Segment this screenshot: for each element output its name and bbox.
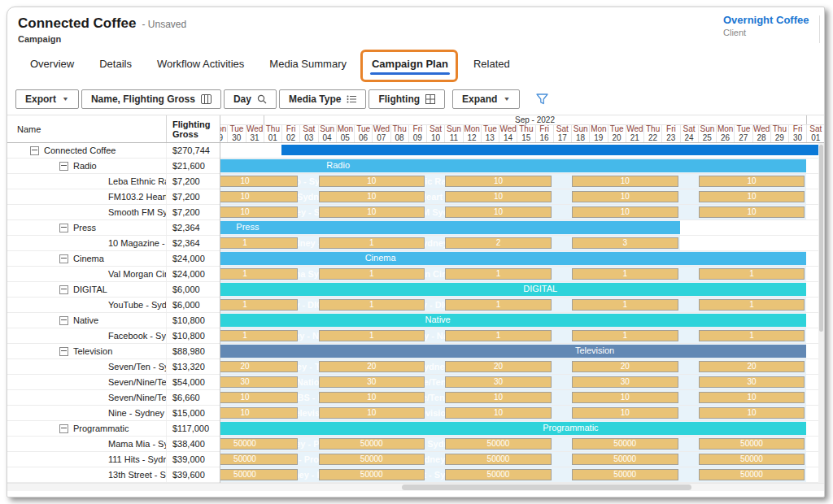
flight-week-bar[interactable]: 10	[220, 206, 298, 218]
flight-week-bar[interactable]: 30	[572, 376, 678, 388]
gantt-row[interactable]: Smooth FM Sydney - Sydney - Radi - Smoot…	[220, 205, 824, 220]
flight-week-bar[interactable]: 1	[445, 268, 552, 280]
gantt-row[interactable]: FM103.2 Heart of Sydney - Sydney - - FM1…	[220, 189, 824, 205]
flighting-gross-column-header[interactable]: Flighting Gross	[167, 119, 220, 139]
flight-week-bar[interactable]: 20	[220, 361, 298, 372]
flight-week-bar[interactable]: 1	[319, 330, 425, 341]
media-type-button[interactable]: Media Type	[279, 89, 366, 109]
gantt-row[interactable]: Television	[220, 344, 824, 359]
gantt-row[interactable]: Press	[220, 220, 824, 236]
gantt-row[interactable]: 111 Hits - Sydney - Programmatic - 111 H…	[220, 452, 824, 467]
flight-week-bar[interactable]: 1	[572, 330, 678, 341]
flight-week-bar[interactable]: 50000	[445, 454, 552, 465]
gantt-row[interactable]: Facebook - Sydney - Native - Facebook - …	[220, 328, 824, 344]
media-type-bar[interactable]	[220, 252, 806, 265]
flight-week-bar[interactable]: 50000	[572, 454, 678, 465]
flight-week-bar[interactable]: 1	[319, 299, 425, 311]
flight-week-bar[interactable]: 50000	[699, 438, 805, 450]
gantt-row[interactable]: Seven/Ten - Sydney - Television - Seven/…	[220, 359, 824, 375]
media-type-bar[interactable]	[220, 159, 806, 172]
table-row[interactable]: FM103.2 Heart of Sydney - Sydney -$7,200	[7, 189, 220, 205]
flight-week-bar[interactable]: 10	[699, 392, 805, 403]
tab-related[interactable]: Related	[472, 55, 512, 75]
gantt-row[interactable]: Val Morgan Cinema Sydney - Sydne - Val M…	[220, 267, 824, 282]
flight-week-bar[interactable]: 10	[572, 392, 678, 403]
collapse-toggle-icon[interactable]	[59, 254, 68, 263]
flight-week-bar[interactable]: 3	[572, 237, 678, 249]
flight-week-bar[interactable]: 1	[445, 330, 552, 341]
flight-week-bar[interactable]: 1	[319, 237, 425, 249]
flight-week-bar[interactable]: 1	[220, 299, 298, 311]
table-row[interactable]: 10 Magazine - Sydney - Press$2,364	[7, 236, 220, 251]
flight-week-bar[interactable]: 20	[572, 361, 678, 372]
flight-week-bar[interactable]: 10	[319, 392, 425, 403]
table-row[interactable]: Seven/Ten - Sydney - Television$13,320	[7, 359, 220, 375]
flight-week-bar[interactable]: 10	[445, 176, 552, 187]
flight-week-bar[interactable]: 50000	[319, 469, 425, 480]
gantt-row[interactable]: Programmatic	[220, 421, 824, 437]
gantt-row[interactable]: Seven/Nine/Ten/SBS - National - Te - Sev…	[220, 390, 824, 406]
gantt-row[interactable]: 10 Magazine - Sydney - Press - 10 Magazi…	[220, 236, 824, 251]
collapse-toggle-icon[interactable]	[59, 424, 68, 433]
table-row[interactable]: Mama Mia - Sydney - Programmati$38,400	[7, 437, 220, 452]
flight-week-bar[interactable]: 50000	[699, 469, 805, 480]
table-row[interactable]: Facebook - Sydney - Native$10,800	[7, 328, 220, 344]
gantt-row[interactable]: DIGITAL	[220, 282, 824, 298]
table-row[interactable]: YouTube - Sydney - DIGITAL$6,000	[7, 298, 220, 313]
flight-week-bar[interactable]: 50000	[445, 438, 552, 450]
flight-week-bar[interactable]: 10	[319, 176, 425, 187]
flight-week-bar[interactable]: 10	[699, 176, 805, 187]
gantt-row[interactable]: Mama Mia - Sydney - Programmati - Mama M…	[220, 437, 824, 452]
table-row[interactable]: 13th Street - Sydney - Programmati$39,60…	[7, 467, 220, 483]
columns-button[interactable]: Name, Flighting Gross	[81, 89, 221, 109]
flight-week-bar[interactable]: 20	[699, 361, 805, 372]
flight-week-bar[interactable]: 20	[319, 361, 425, 372]
flight-week-bar[interactable]: 50000	[220, 454, 298, 465]
flight-week-bar[interactable]: 50000	[572, 438, 678, 450]
day-scale-button[interactable]: Day	[224, 89, 277, 109]
table-row[interactable]: Programmatic$117,000	[7, 421, 220, 437]
flighting-view-button[interactable]: Flighting	[369, 89, 445, 109]
horizontal-scrollbar[interactable]	[7, 483, 824, 491]
campaign-bar[interactable]	[281, 145, 824, 155]
vertical-scrollbar[interactable]	[818, 143, 824, 483]
table-row[interactable]: Smooth FM Sydney - Sydney - Radi$7,200	[7, 205, 220, 220]
collapse-toggle-icon[interactable]	[59, 224, 68, 232]
flight-week-bar[interactable]: 30	[699, 376, 805, 388]
table-row[interactable]: Connected Coffee$270,744	[7, 143, 220, 159]
table-row[interactable]: Seven/Nine/Ten/SBS - National - Te$6,660	[7, 390, 220, 406]
export-button[interactable]: Export ▼	[15, 89, 79, 109]
expand-button[interactable]: Expand ▼	[452, 89, 520, 109]
flight-week-bar[interactable]: 30	[445, 376, 552, 388]
gantt-row[interactable]: 13th Street - Sydney - Programmati - 13t…	[220, 467, 824, 483]
collapse-toggle-icon[interactable]	[30, 146, 39, 155]
flight-week-bar[interactable]: 10	[572, 206, 678, 218]
flight-week-bar[interactable]: 50000	[699, 454, 805, 465]
flight-week-bar[interactable]: 50000	[445, 469, 552, 480]
table-row[interactable]: Television$88,980	[7, 344, 220, 359]
flight-week-bar[interactable]: 1	[445, 299, 552, 311]
table-row[interactable]: 111 Hits - Sydney - Programmatic$39,000	[7, 452, 220, 467]
flight-week-bar[interactable]: 30	[220, 376, 298, 388]
filter-button[interactable]	[536, 93, 548, 105]
horizontal-scrollbar-thumb[interactable]	[402, 484, 691, 490]
gantt-row[interactable]: Radio	[220, 159, 824, 174]
media-type-bar[interactable]	[220, 314, 806, 327]
flight-week-bar[interactable]: 10	[220, 407, 298, 419]
collapse-toggle-icon[interactable]	[59, 162, 68, 171]
gantt-row[interactable]: Native	[220, 313, 824, 328]
media-type-bar[interactable]	[220, 422, 806, 435]
gantt-row[interactable]: Leba Ethnic Radio - Sydney - Radio - Leb…	[220, 174, 824, 189]
flight-week-bar[interactable]: 10	[699, 407, 805, 419]
flight-week-bar[interactable]: 1	[319, 268, 425, 280]
flight-week-bar[interactable]: 50000	[572, 469, 678, 480]
flight-week-bar[interactable]: 10	[572, 407, 678, 419]
client-link[interactable]: Overnight Coffee	[723, 14, 809, 26]
flight-week-bar[interactable]: 50000	[220, 438, 298, 450]
collapse-toggle-icon[interactable]	[59, 347, 68, 356]
flight-week-bar[interactable]: 10	[220, 392, 298, 403]
flight-week-bar[interactable]: 10	[319, 191, 425, 202]
collapse-toggle-icon[interactable]	[59, 285, 68, 294]
flight-week-bar[interactable]: 1	[220, 330, 298, 341]
flight-week-bar[interactable]: 20	[445, 361, 552, 372]
